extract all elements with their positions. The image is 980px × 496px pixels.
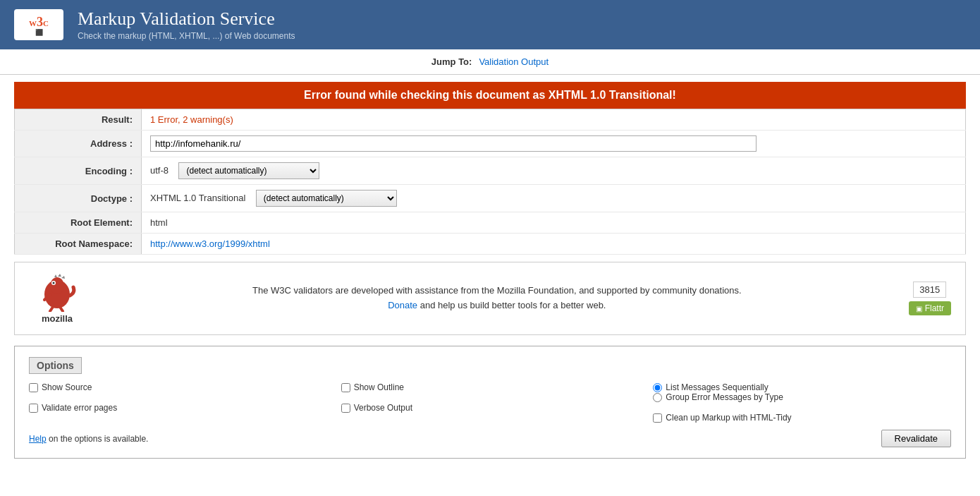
options-col1: Show Source Validate error pages — [29, 382, 327, 423]
list-messages-label: List Messages Sequentially — [666, 382, 768, 392]
group-errors-option: Group Error Messages by Type — [653, 392, 951, 402]
validation-output-link[interactable]: Validation Output — [479, 56, 549, 67]
main-content: Error found while checking this document… — [0, 75, 980, 483]
help-link[interactable]: Help — [29, 434, 47, 444]
encoding-row: Encoding : utf-8 (detect automatically) — [15, 157, 966, 185]
options-legend: Options — [29, 357, 82, 374]
mozilla-box: mozilla The W3C validators are developed… — [14, 262, 966, 335]
flattr-icon: ▣ — [916, 305, 922, 313]
w3c-logo: W3C ⬛ — [14, 9, 63, 40]
mozilla-dino-icon — [35, 273, 80, 312]
flattr-area: 3815 ▣ Flattr — [909, 282, 951, 315]
verbose-output-option: Verbose Output — [341, 403, 639, 413]
options-grid: Show Source Validate error pages Show Ou… — [29, 382, 951, 423]
show-outline-label: Show Outline — [354, 382, 404, 392]
result-row: Result: 1 Error, 2 warning(s) — [15, 109, 966, 131]
cleanup-markup-option: Clean up Markup with HTML-Tidy — [653, 413, 951, 423]
list-messages-option: List Messages Sequentially — [653, 382, 951, 392]
page-title: Markup Validation Service — [78, 8, 295, 30]
header-text: Markup Validation Service Check the mark… — [78, 8, 295, 41]
svg-marker-6 — [61, 276, 65, 279]
svg-line-8 — [50, 307, 53, 311]
root-namespace-label: Root Namespace: — [15, 234, 142, 255]
page-header: W3C ⬛ Markup Validation Service Check th… — [0, 0, 980, 49]
show-source-label: Show Source — [42, 382, 92, 392]
validate-error-pages-checkbox[interactable] — [29, 404, 38, 413]
options-col3: List Messages Sequentially Group Error M… — [653, 382, 951, 423]
flattr-label: Flattr — [925, 303, 944, 313]
results-table: Result: 1 Error, 2 warning(s) Address : … — [14, 109, 966, 255]
mozilla-logo: mozilla — [29, 273, 85, 324]
encoding-select[interactable]: (detect automatically) — [178, 162, 319, 179]
cleanup-markup-checkbox[interactable] — [653, 413, 662, 423]
jump-bar: Jump To: Validation Output — [0, 49, 980, 75]
show-outline-option: Show Outline — [341, 382, 639, 392]
address-label: Address : — [15, 131, 142, 157]
mozilla-description2: and help us build better tools for a bet… — [417, 300, 606, 310]
doctype-select[interactable]: (detect automatically) — [256, 190, 397, 207]
doctype-label: Doctype : — [15, 185, 142, 212]
root-namespace-row: Root Namespace: http://www.w3.org/1999/x… — [15, 234, 966, 255]
donate-link[interactable]: Donate — [388, 300, 417, 310]
result-label: Result: — [15, 109, 142, 131]
root-element-label: Root Element: — [15, 212, 142, 234]
root-namespace-value: http://www.w3.org/1999/xhtml — [142, 234, 966, 255]
options-box: Options Show Source Validate error pages — [14, 346, 966, 459]
show-source-option: Show Source — [29, 382, 327, 392]
doctype-value: XHTML 1.0 Transitional (detect automatic… — [142, 185, 966, 212]
list-messages-radio[interactable] — [653, 383, 662, 392]
flattr-button[interactable]: ▣ Flattr — [909, 301, 951, 315]
encoding-label: Encoding : — [15, 157, 142, 185]
verbose-output-label: Verbose Output — [354, 403, 412, 413]
mozilla-text: The W3C validators are developed with as… — [99, 284, 895, 313]
doctype-text: XHTML 1.0 Transitional — [150, 193, 245, 203]
root-element-value: html — [142, 212, 966, 234]
validate-error-pages-option: Validate error pages — [29, 403, 327, 413]
encoding-text: utf-8 — [150, 165, 169, 176]
address-input[interactable] — [150, 135, 757, 152]
svg-marker-5 — [58, 274, 61, 277]
doctype-row: Doctype : XHTML 1.0 Transitional (detect… — [15, 185, 966, 212]
flattr-count: 3815 — [913, 282, 946, 298]
namespace-link[interactable]: http://www.w3.org/1999/xhtml — [150, 238, 270, 249]
error-banner: Error found while checking this document… — [14, 82, 966, 109]
result-error-text: 1 Error, 2 warning(s) — [150, 114, 233, 125]
encoding-value: utf-8 (detect automatically) — [142, 157, 966, 185]
svg-marker-4 — [54, 274, 57, 277]
group-errors-label: Group Error Messages by Type — [666, 392, 783, 402]
group-errors-radio[interactable] — [653, 393, 662, 402]
address-value — [142, 131, 966, 157]
mozilla-label: mozilla — [42, 313, 73, 324]
address-row: Address : — [15, 131, 966, 157]
options-footer: Help on the options is available. Revali… — [29, 430, 951, 447]
validate-error-pages-label: Validate error pages — [42, 403, 117, 413]
mozilla-description: The W3C validators are developed with as… — [252, 285, 742, 296]
cleanup-markup-label: Clean up Markup with HTML-Tidy — [666, 413, 791, 423]
revalidate-button[interactable]: Revalidate — [881, 430, 951, 447]
show-source-checkbox[interactable] — [29, 383, 38, 392]
page-subtitle: Check the markup (HTML, XHTML, ...) of W… — [78, 31, 295, 41]
help-suffix: on the options is available. — [47, 434, 149, 444]
options-col2: Show Outline Verbose Output — [341, 382, 639, 423]
result-value: 1 Error, 2 warning(s) — [142, 109, 966, 131]
show-outline-checkbox[interactable] — [341, 383, 350, 392]
svg-point-1 — [50, 277, 64, 294]
root-element-row: Root Element: html — [15, 212, 966, 234]
svg-line-9 — [60, 307, 63, 311]
jump-to-label: Jump To: — [431, 56, 472, 67]
svg-point-3 — [52, 282, 54, 284]
verbose-output-checkbox[interactable] — [341, 404, 350, 413]
help-text: Help on the options is available. — [29, 434, 148, 444]
